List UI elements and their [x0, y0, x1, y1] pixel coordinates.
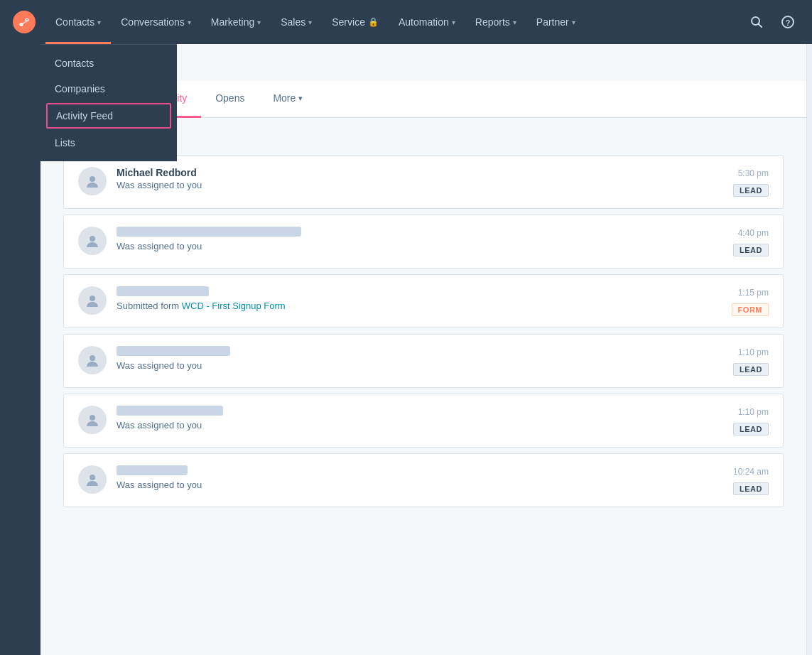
- nav-conversations-label: Conversations: [121, 16, 185, 28]
- form-link[interactable]: WCD - First Signup Form: [182, 301, 286, 311]
- nav-conversations-chevron: ▾: [188, 18, 191, 26]
- nav-partner[interactable]: Partner ▾: [526, 0, 585, 44]
- avatar: [78, 465, 107, 494]
- activity-time: 10:24 am: [733, 467, 769, 477]
- activity-item: Was assigned to you 10:24 am LEAD: [63, 453, 784, 507]
- activity-right: 10:24 am LEAD: [733, 465, 769, 495]
- blurred-name: [117, 227, 301, 237]
- activity-time: 1:15 pm: [738, 288, 769, 298]
- nav-partner-label: Partner: [536, 16, 569, 28]
- svg-line-4: [759, 24, 762, 28]
- activity-body: Submitted form WCD - First Signup Form: [117, 286, 722, 311]
- avatar: [78, 286, 107, 315]
- activity-body: Was assigned to you: [117, 406, 723, 431]
- activity-body: Was assigned to you: [117, 346, 723, 371]
- activity-item: Was assigned to you 4:40 pm LEAD: [63, 215, 784, 269]
- nav-reports-chevron: ▾: [513, 18, 516, 26]
- avatar: [78, 227, 107, 255]
- avatar: [78, 167, 107, 195]
- blurred-name: [117, 346, 230, 356]
- svg-point-10: [90, 355, 95, 361]
- svg-point-9: [90, 296, 95, 301]
- svg-point-0: [13, 11, 36, 33]
- status-badge: LEAD: [733, 482, 769, 495]
- activity-right: 1:10 pm LEAD: [733, 406, 769, 435]
- nav-service-label: Service: [332, 16, 365, 28]
- svg-text:?: ?: [786, 18, 791, 27]
- svg-point-8: [90, 236, 95, 242]
- nav-contacts-chevron: ▾: [97, 18, 101, 26]
- activity-item: Michael Redbord Was assigned to you 5:30…: [63, 155, 784, 209]
- activity-right: 1:15 pm FORM: [732, 286, 769, 316]
- activity-action: Was assigned to you: [117, 241, 723, 251]
- more-chevron-icon: ▾: [298, 94, 303, 103]
- activity-action: Was assigned to you: [117, 360, 723, 371]
- activity-body: Michael Redbord Was assigned to you: [117, 167, 723, 190]
- activity-item: Submitted form WCD - First Signup Form 1…: [63, 274, 784, 328]
- contacts-dropdown: Contacts Companies Activity Feed Lists: [40, 44, 177, 161]
- blurred-name: [117, 406, 223, 416]
- feed-content[interactable]: Today Michael Redbord Was assigned to yo…: [40, 118, 806, 655]
- activity-time: 1:10 pm: [738, 347, 769, 357]
- nav-marketing-label: Marketing: [211, 16, 254, 28]
- svg-point-1: [20, 23, 23, 26]
- dropdown-companies[interactable]: Companies: [40, 76, 177, 102]
- nav-contacts-label: Contacts: [55, 16, 94, 28]
- nav-right: ?: [744, 9, 801, 35]
- left-sidebar: [0, 44, 40, 655]
- nav-marketing[interactable]: Marketing ▾: [201, 0, 271, 44]
- nav-automation-label: Automation: [399, 16, 449, 28]
- search-button[interactable]: [744, 9, 769, 35]
- hubspot-logo[interactable]: [11, 9, 37, 35]
- nav-automation[interactable]: Automation ▾: [389, 0, 465, 44]
- activity-time: 1:10 pm: [738, 407, 769, 417]
- activity-right: 1:10 pm LEAD: [733, 346, 769, 376]
- tab-opens[interactable]: Opens: [201, 81, 259, 118]
- blurred-name: [117, 286, 209, 296]
- status-badge: LEAD: [733, 184, 769, 197]
- tab-more[interactable]: More ▾: [259, 81, 317, 118]
- activity-right: 5:30 pm LEAD: [733, 167, 769, 197]
- right-rail: [806, 44, 812, 655]
- dropdown-lists[interactable]: Lists: [40, 130, 177, 156]
- dropdown-activity-feed[interactable]: Activity Feed: [46, 103, 171, 129]
- status-badge: LEAD: [733, 363, 769, 376]
- dropdown-contacts[interactable]: Contacts: [40, 50, 177, 76]
- activity-action: Was assigned to you: [117, 480, 723, 490]
- activity-action: Was assigned to you: [117, 420, 723, 431]
- nav-sales[interactable]: Sales ▾: [271, 0, 322, 44]
- activity-item: Was assigned to you 1:10 pm LEAD: [63, 394, 784, 448]
- svg-point-11: [90, 415, 95, 421]
- svg-point-7: [90, 176, 95, 182]
- nav-automation-chevron: ▾: [452, 18, 455, 26]
- help-button[interactable]: ?: [775, 9, 801, 35]
- nav-sales-label: Sales: [281, 16, 305, 28]
- activity-time: 5:30 pm: [738, 168, 769, 178]
- nav-marketing-chevron: ▾: [257, 18, 261, 26]
- status-badge: LEAD: [733, 244, 769, 256]
- nav-reports[interactable]: Reports ▾: [465, 0, 526, 44]
- nav-items: Contacts ▾ Conversations ▾ Marketing ▾ S…: [45, 0, 744, 44]
- activity-body: Was assigned to you: [117, 227, 723, 251]
- activity-action: Submitted form WCD - First Signup Form: [117, 301, 722, 311]
- status-badge: LEAD: [733, 423, 769, 435]
- status-badge: FORM: [732, 303, 769, 316]
- activity-time: 4:40 pm: [738, 228, 769, 238]
- svg-point-2: [26, 19, 28, 21]
- svg-point-12: [90, 475, 95, 480]
- activity-body: Was assigned to you: [117, 465, 723, 490]
- service-lock-icon: 🔒: [368, 17, 379, 27]
- activity-item: Was assigned to you 1:10 pm LEAD: [63, 334, 784, 388]
- activity-name: Michael Redbord: [117, 167, 723, 178]
- nav-service[interactable]: Service 🔒: [322, 0, 389, 44]
- blurred-name: [117, 465, 188, 475]
- nav-sales-chevron: ▾: [308, 18, 312, 26]
- avatar: [78, 406, 107, 434]
- activity-action: Was assigned to you: [117, 180, 723, 190]
- activity-right: 4:40 pm LEAD: [733, 227, 769, 256]
- top-nav: Contacts ▾ Conversations ▾ Marketing ▾ S…: [0, 0, 812, 44]
- avatar: [78, 346, 107, 374]
- nav-partner-chevron: ▾: [572, 18, 575, 26]
- nav-contacts[interactable]: Contacts ▾: [45, 0, 111, 44]
- nav-conversations[interactable]: Conversations ▾: [111, 0, 201, 44]
